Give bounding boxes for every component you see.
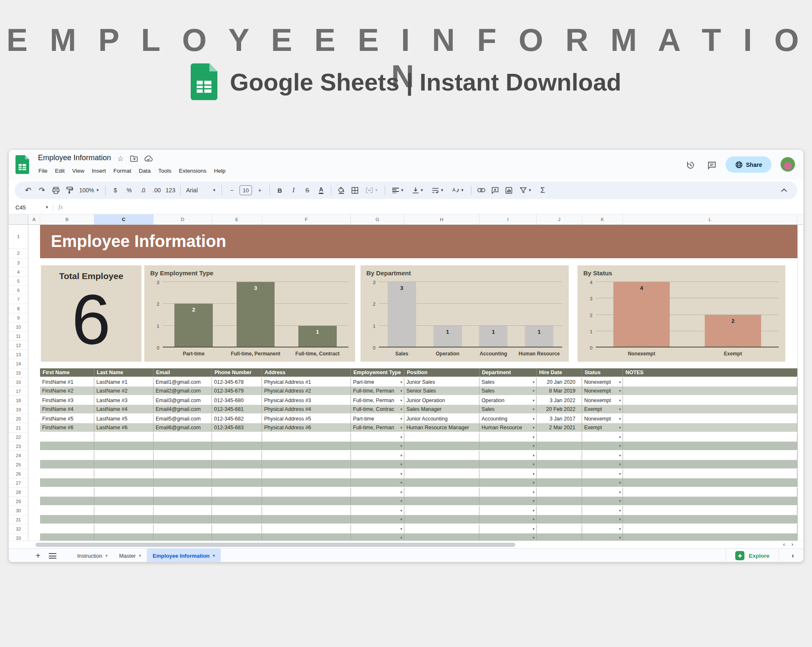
table-cell[interactable] <box>537 524 582 533</box>
dropdown-arrow-icon[interactable]: ▾ <box>532 509 535 513</box>
row-header-3[interactable]: 3 <box>9 258 28 267</box>
document-title[interactable]: Employee Information <box>38 154 111 162</box>
table-cell[interactable]: Physical Address #5 <box>262 414 351 423</box>
menu-data[interactable]: Data <box>135 166 155 175</box>
strikethrough-button[interactable]: S <box>300 181 314 199</box>
dropdown-arrow-icon[interactable]: ▾ <box>619 435 621 439</box>
table-cell[interactable]: ▾ <box>351 433 404 441</box>
table-cell[interactable] <box>40 524 94 533</box>
table-cell[interactable] <box>404 488 479 496</box>
table-cell[interactable] <box>154 451 212 460</box>
table-cell[interactable]: ▾ <box>351 497 404 505</box>
move-folder-icon[interactable] <box>130 156 138 162</box>
table-cell[interactable] <box>262 442 351 450</box>
dropdown-arrow-icon[interactable]: ▾ <box>532 517 535 521</box>
table-cell[interactable] <box>262 478 351 487</box>
table-cell[interactable] <box>537 515 582 524</box>
table-cell[interactable]: Full-time, Perman▾ <box>351 387 404 395</box>
text-color-button[interactable]: A <box>319 186 323 194</box>
table-cell[interactable]: Email2@gmail.com <box>154 387 212 395</box>
menu-insert[interactable]: Insert <box>88 166 110 175</box>
table-cell[interactable] <box>212 506 262 515</box>
table-cell[interactable]: Human Resource▾ <box>479 423 537 432</box>
row-header-18[interactable]: 18 <box>9 396 28 405</box>
table-cell[interactable] <box>404 524 479 533</box>
increase-decimal-button[interactable]: .00 <box>150 181 164 199</box>
sheet-tab-employee-information[interactable]: Employee Information▾ <box>147 549 221 562</box>
format-percent-button[interactable]: % <box>122 181 136 199</box>
print-icon[interactable] <box>49 181 63 199</box>
scroll-left-icon[interactable]: ‹ <box>783 541 785 547</box>
table-cell[interactable]: ▾ <box>582 534 623 541</box>
table-cell[interactable] <box>537 497 582 505</box>
table-cell[interactable]: Full-time, Perman▾ <box>351 396 404 405</box>
table-cell[interactable] <box>94 478 154 487</box>
table-cell[interactable]: ▾ <box>351 488 404 496</box>
row-header-15[interactable]: 15 <box>9 368 28 378</box>
table-cell[interactable]: FirstName #2 <box>40 387 94 395</box>
table-cell[interactable] <box>623 442 797 450</box>
table-cell[interactable] <box>404 478 479 487</box>
table-cell[interactable] <box>262 515 351 524</box>
table-cell[interactable]: ▾ <box>582 515 623 524</box>
table-cell[interactable]: Nonexempt▾ <box>582 378 623 386</box>
sheet-tab-master[interactable]: Master▾ <box>113 549 147 562</box>
column-header-E[interactable]: E <box>212 214 262 224</box>
table-cell[interactable]: ▾ <box>582 506 623 515</box>
row-header-31[interactable]: 31 <box>9 515 28 524</box>
column-header-C[interactable]: C <box>94 214 154 224</box>
table-cell[interactable] <box>40 488 94 496</box>
menu-edit[interactable]: Edit <box>51 166 68 175</box>
table-cell[interactable] <box>212 469 262 478</box>
table-cell[interactable] <box>154 524 212 533</box>
dropdown-arrow-icon[interactable]: ▾ <box>619 481 621 485</box>
table-cell[interactable] <box>623 433 797 441</box>
dropdown-arrow-icon[interactable]: ▾ <box>400 453 402 458</box>
table-cell[interactable] <box>94 488 154 496</box>
dropdown-arrow-icon[interactable]: ▾ <box>619 425 621 430</box>
table-cell[interactable] <box>262 433 351 441</box>
dropdown-arrow-icon[interactable]: ▾ <box>400 462 402 466</box>
table-cell[interactable]: ▾ <box>582 478 623 487</box>
table-cell[interactable]: ▾ <box>351 469 404 478</box>
table-cell[interactable]: Full-time, Perman▾ <box>351 423 404 432</box>
dropdown-arrow-icon[interactable]: ▾ <box>532 444 535 448</box>
select-all-corner[interactable] <box>9 214 28 224</box>
dropdown-arrow-icon[interactable]: ▾ <box>619 444 621 448</box>
table-cell[interactable]: LastName #5 <box>94 414 154 423</box>
table-cell[interactable]: Physical Address #1 <box>262 378 351 386</box>
table-cell[interactable] <box>40 497 94 505</box>
table-cell[interactable] <box>40 534 94 541</box>
decrease-decimal-button[interactable]: .0 <box>136 181 150 199</box>
table-cell[interactable]: ▾ <box>479 506 537 515</box>
table-cell[interactable] <box>94 451 154 460</box>
table-cell[interactable] <box>94 524 154 533</box>
table-cell[interactable]: Nonexempt▾ <box>582 387 623 395</box>
table-cell[interactable] <box>154 534 212 541</box>
table-cell[interactable]: Sales▾ <box>479 405 537 413</box>
dropdown-arrow-icon[interactable]: ▾ <box>619 536 621 540</box>
column-header-A[interactable]: A <box>28 214 40 224</box>
dropdown-arrow-icon[interactable]: ▾ <box>532 389 535 393</box>
version-history-icon[interactable] <box>685 160 696 171</box>
table-cell[interactable]: ▾ <box>351 451 404 460</box>
table-cell[interactable]: 012-345-680 <box>212 396 262 405</box>
table-cell[interactable] <box>262 506 351 515</box>
dropdown-arrow-icon[interactable]: ▾ <box>532 536 535 540</box>
sheet-tab-menu-icon[interactable]: ▾ <box>139 554 141 558</box>
row-header-33[interactable]: 33 <box>9 534 28 541</box>
row-header-23[interactable]: 23 <box>9 442 28 451</box>
table-cell[interactable]: ▾ <box>351 515 404 524</box>
row-header-28[interactable]: 28 <box>9 488 28 497</box>
table-cell[interactable] <box>623 488 797 496</box>
table-cell[interactable] <box>40 433 94 441</box>
row-header-30[interactable]: 30 <box>9 506 28 515</box>
table-cell[interactable] <box>623 534 797 541</box>
dropdown-arrow-icon[interactable]: ▾ <box>400 536 402 540</box>
horizontal-align-button[interactable]: ▼ <box>388 181 408 199</box>
table-cell[interactable]: 012-345-681 <box>212 405 262 413</box>
all-sheets-icon[interactable] <box>49 553 56 559</box>
row-header-26[interactable]: 26 <box>9 469 28 478</box>
table-cell[interactable]: Part-time▾ <box>351 414 404 423</box>
row-header-27[interactable]: 27 <box>9 478 28 488</box>
